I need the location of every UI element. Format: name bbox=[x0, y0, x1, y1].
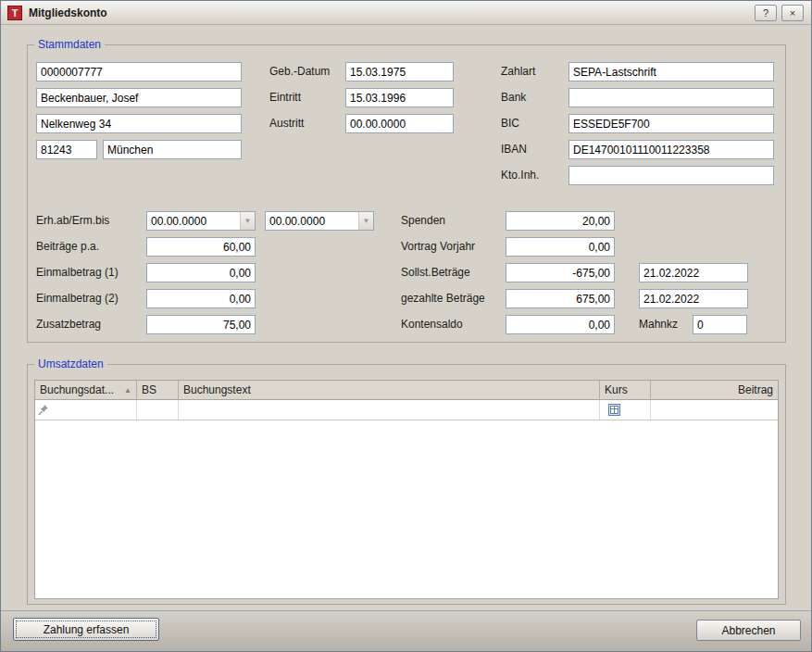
grid-header-row: Buchungsdat... ▲ BS Buchungstext Kurs Be… bbox=[35, 381, 778, 400]
help-button[interactable]: ? bbox=[755, 5, 777, 21]
member-number-field[interactable] bbox=[36, 62, 242, 82]
titlebar[interactable]: T Mitgliedskonto ? × bbox=[1, 1, 811, 25]
name-field[interactable] bbox=[36, 88, 242, 107]
zip-field[interactable] bbox=[36, 140, 97, 159]
vortrag-vorjahr-field[interactable] bbox=[506, 237, 615, 257]
label-gezahlte-betraege: gezahlte Beträge bbox=[401, 293, 485, 305]
column-header-beitrag[interactable]: Beitrag bbox=[651, 381, 778, 399]
chevron-down-icon[interactable]: ▼ bbox=[240, 212, 255, 230]
label-einmalbetrag-1: Einmalbetrag (1) bbox=[36, 267, 119, 279]
label-zahlart: Zahlart bbox=[501, 66, 535, 78]
chevron-down-icon[interactable]: ▼ bbox=[358, 212, 373, 230]
filter-cell-buchungstext[interactable] bbox=[179, 400, 600, 420]
mahnkz-field[interactable] bbox=[693, 315, 747, 334]
group-umsatzdaten-legend: Umsatzdaten bbox=[34, 357, 107, 370]
zahlung-erfassen-button[interactable]: Zahlung erfassen bbox=[13, 618, 159, 641]
street-field[interactable] bbox=[36, 114, 242, 133]
column-header-buchungstext[interactable]: Buchungstext bbox=[179, 381, 600, 399]
grid-body bbox=[35, 422, 778, 598]
label-zusatzbetrag: Zusatzbetrag bbox=[36, 319, 101, 331]
label-iban: IBAN bbox=[501, 144, 527, 156]
group-stammdaten-legend: Stammdaten bbox=[34, 38, 105, 51]
pin-icon bbox=[38, 404, 49, 416]
lookup-grid-icon[interactable] bbox=[608, 404, 620, 416]
label-eintritt: Eintritt bbox=[269, 92, 301, 104]
geb-datum-field[interactable] bbox=[345, 62, 454, 82]
erm-bis-input[interactable] bbox=[266, 212, 358, 230]
sollst-betraege-field[interactable] bbox=[506, 263, 615, 282]
label-bic: BIC bbox=[501, 118, 519, 130]
label-kontensaldo: Kontensaldo bbox=[401, 319, 463, 331]
austritt-field[interactable] bbox=[345, 114, 454, 133]
label-geb-datum: Geb.-Datum bbox=[269, 66, 330, 78]
spenden-field[interactable] bbox=[506, 211, 615, 231]
label-beitraege-pa: Beiträge p.a. bbox=[36, 241, 99, 253]
zusatzbetrag-field[interactable] bbox=[146, 315, 256, 334]
zahlart-field[interactable] bbox=[568, 62, 774, 82]
bic-field[interactable] bbox=[568, 114, 774, 133]
app-icon: T bbox=[7, 6, 22, 20]
umsatz-grid: Buchungsdat... ▲ BS Buchungstext Kurs Be… bbox=[34, 380, 779, 599]
sort-asc-icon: ▲ bbox=[120, 386, 131, 395]
filter-cell-buchungsdatum[interactable] bbox=[35, 400, 137, 420]
kto-inh-field[interactable] bbox=[568, 166, 774, 185]
column-header-kurs[interactable]: Kurs bbox=[600, 381, 651, 399]
column-header-buchungsdatum-label: Buchungsdat... bbox=[40, 383, 114, 396]
einmalbetrag-1-field[interactable] bbox=[146, 263, 256, 282]
gezahlt-datum-field[interactable] bbox=[639, 289, 748, 308]
erm-bis-combo[interactable]: ▼ bbox=[265, 211, 374, 231]
bank-field[interactable] bbox=[568, 88, 774, 107]
label-bank: Bank bbox=[501, 92, 526, 104]
label-vortrag-vorjahr: Vortrag Vorjahr bbox=[401, 241, 475, 253]
iban-field[interactable] bbox=[568, 140, 774, 159]
titlebar-buttons: ? × bbox=[755, 5, 804, 21]
einmalbetrag-2-field[interactable] bbox=[146, 289, 256, 308]
column-header-buchungsdatum[interactable]: Buchungsdat... ▲ bbox=[35, 381, 137, 399]
grid-filter-row bbox=[35, 400, 778, 420]
erh-ab-input[interactable] bbox=[147, 212, 240, 230]
sollst-datum-field[interactable] bbox=[639, 263, 748, 282]
beitraege-pa-field[interactable] bbox=[146, 237, 256, 257]
label-kto-inh: Kto.Inh. bbox=[501, 169, 539, 182]
label-austritt: Austritt bbox=[269, 118, 304, 130]
filter-cell-beitrag[interactable] bbox=[651, 400, 778, 420]
filter-cell-kurs[interactable] bbox=[600, 400, 651, 420]
kontensaldo-field[interactable] bbox=[506, 315, 615, 334]
label-spenden: Spenden bbox=[401, 215, 445, 227]
label-sollst-betraege: Sollst.Beträge bbox=[401, 267, 470, 279]
column-header-bs[interactable]: BS bbox=[137, 381, 179, 399]
window-mitgliedskonto: T Mitgliedskonto ? × Stammdaten Geb.-Dat… bbox=[0, 0, 812, 652]
close-button[interactable]: × bbox=[781, 5, 804, 21]
label-mahnkz: Mahnkz bbox=[639, 319, 678, 331]
window-title: Mitgliedskonto bbox=[29, 6, 107, 19]
eintritt-field[interactable] bbox=[345, 88, 454, 107]
gezahlte-betraege-field[interactable] bbox=[506, 289, 615, 308]
label-einmalbetrag-2: Einmalbetrag (2) bbox=[36, 293, 119, 305]
abbrechen-button[interactable]: Abbrechen bbox=[696, 620, 801, 641]
label-erh-ab: Erh.ab/Erm.bis bbox=[36, 215, 109, 227]
city-field[interactable] bbox=[103, 140, 242, 159]
filter-cell-bs[interactable] bbox=[137, 400, 179, 420]
erh-ab-combo[interactable]: ▼ bbox=[146, 211, 256, 231]
